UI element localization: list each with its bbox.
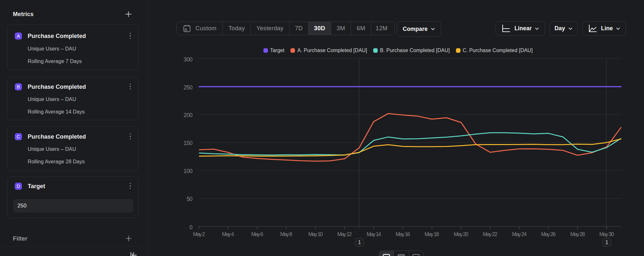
svg-text:May 14: May 14 (367, 231, 381, 237)
svg-text:May 16: May 16 (396, 231, 410, 237)
svg-text:May 30: May 30 (599, 231, 614, 237)
svg-text:May 6: May 6 (251, 231, 263, 237)
svg-text:May 20: May 20 (454, 231, 469, 237)
svg-text:May 4: May 4 (222, 231, 234, 237)
svg-text:0: 0 (189, 224, 193, 231)
svg-text:May 18: May 18 (425, 231, 439, 237)
svg-text:May 26: May 26 (541, 231, 556, 237)
svg-text:50: 50 (186, 196, 193, 202)
svg-text:May 28: May 28 (570, 231, 585, 237)
svg-text:May 24: May 24 (512, 231, 527, 237)
svg-text:150: 150 (184, 140, 193, 146)
svg-text:May 2: May 2 (193, 231, 205, 237)
svg-text:100: 100 (184, 168, 193, 174)
svg-text:300: 300 (184, 56, 193, 63)
svg-text:May 12: May 12 (337, 231, 352, 237)
svg-text:200: 200 (184, 112, 193, 118)
svg-text:May 8: May 8 (280, 231, 292, 237)
svg-text:May 10: May 10 (308, 231, 323, 237)
svg-text:May 22: May 22 (483, 231, 497, 237)
svg-text:250: 250 (184, 84, 193, 91)
